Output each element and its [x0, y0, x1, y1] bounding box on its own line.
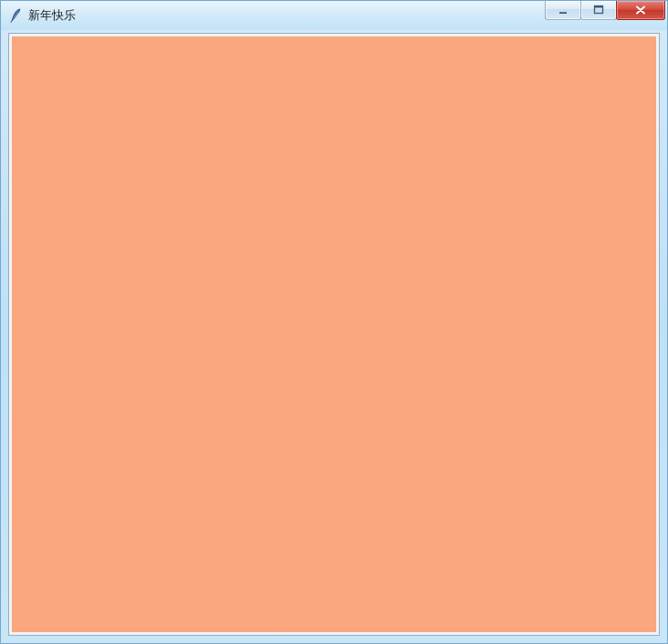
minimize-button[interactable] — [545, 1, 581, 20]
canvas — [12, 36, 656, 632]
maximize-button[interactable] — [580, 1, 617, 20]
tk-feather-icon — [8, 8, 23, 23]
svg-rect-3 — [595, 6, 603, 8]
client-area — [8, 33, 660, 636]
titlebar[interactable]: 新年快乐 — [1, 1, 667, 30]
application-window: 新年快乐 — [0, 0, 668, 644]
close-button[interactable] — [616, 1, 665, 20]
window-controls — [546, 1, 665, 30]
svg-rect-1 — [559, 12, 567, 13]
